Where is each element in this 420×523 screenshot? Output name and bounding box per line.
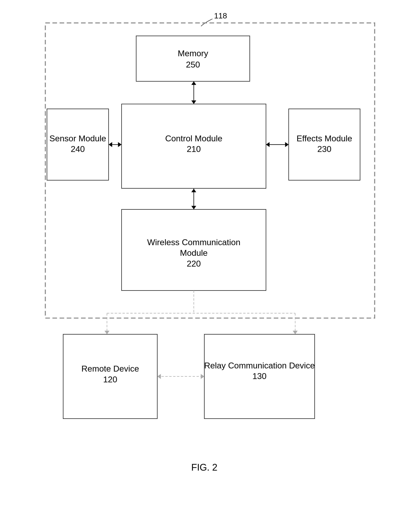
svg-marker-10 (108, 142, 112, 147)
remote-number: 120 (103, 375, 117, 384)
svg-marker-13 (285, 142, 289, 147)
relay-number: 130 (252, 371, 266, 381)
diagram-container: 118 Memory 250 Control Module 210 Sensor… (20, 10, 400, 497)
memory-title: Memory (178, 49, 208, 58)
effects-number: 230 (317, 144, 331, 154)
svg-rect-25 (204, 334, 315, 418)
svg-marker-21 (105, 331, 109, 335)
sensor-number: 240 (71, 144, 85, 154)
wireless-number: 220 (187, 259, 201, 268)
wireless-title2: Module (180, 248, 208, 258)
svg-marker-14 (266, 142, 270, 147)
svg-marker-8 (191, 81, 196, 85)
ref-118-label: 118 (214, 11, 227, 20)
svg-marker-16 (191, 206, 196, 210)
memory-number: 250 (186, 60, 200, 69)
relay-title1: Relay Communication Device (204, 361, 315, 370)
svg-marker-11 (118, 142, 122, 147)
sensor-title: Sensor Module (49, 134, 106, 143)
control-number: 210 (187, 144, 201, 154)
svg-rect-2 (122, 104, 266, 188)
svg-rect-0 (45, 23, 375, 318)
figure-label: FIG. 2 (191, 462, 218, 473)
svg-marker-7 (191, 100, 196, 104)
wireless-title1: Wireless Communication (147, 237, 240, 247)
svg-marker-28 (157, 374, 161, 379)
svg-rect-4 (289, 109, 360, 180)
svg-marker-27 (201, 374, 205, 379)
control-title: Control Module (165, 134, 222, 143)
svg-marker-23 (293, 331, 297, 335)
svg-rect-24 (63, 334, 157, 418)
remote-title: Remote Device (82, 364, 139, 373)
diagram-svg: 118 Memory 250 Control Module 210 Sensor… (20, 10, 400, 497)
effects-title: Effects Module (296, 134, 352, 143)
svg-rect-3 (47, 109, 109, 180)
svg-rect-1 (136, 36, 250, 81)
svg-rect-5 (122, 210, 266, 291)
svg-marker-17 (191, 188, 196, 192)
